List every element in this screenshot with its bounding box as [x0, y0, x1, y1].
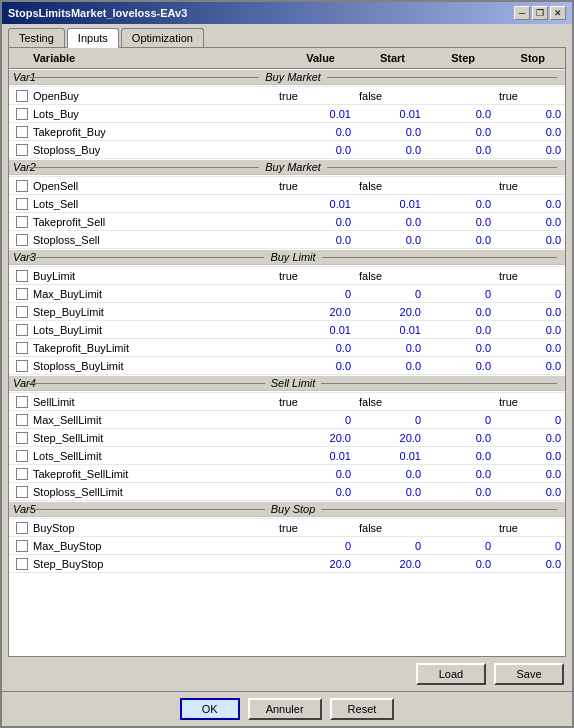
value-cell[interactable]: 0.0	[275, 233, 355, 247]
stop-cell[interactable]: 0.0	[495, 449, 565, 463]
checkbox-cell[interactable]	[9, 143, 29, 157]
start-cell[interactable]: 20.0	[355, 431, 425, 445]
step-cell[interactable]: 0.0	[425, 485, 495, 499]
stop-cell[interactable]: true	[495, 521, 565, 535]
checkbox-cell[interactable]	[9, 449, 29, 463]
checkbox-cell[interactable]	[9, 125, 29, 139]
start-cell[interactable]: 0.0	[355, 359, 425, 373]
start-cell[interactable]: false	[355, 521, 425, 535]
checkbox-cell[interactable]	[9, 539, 29, 553]
checkbox-cell[interactable]	[9, 197, 29, 211]
start-cell[interactable]: 0.0	[355, 125, 425, 139]
value-cell[interactable]: 0.0	[275, 341, 355, 355]
value-cell[interactable]: true	[275, 269, 355, 283]
checkbox-cell[interactable]	[9, 179, 29, 193]
stop-cell[interactable]: 0.0	[495, 143, 565, 157]
stop-cell[interactable]: 0.0	[495, 341, 565, 355]
step-cell[interactable]: 0.0	[425, 125, 495, 139]
start-cell[interactable]: 20.0	[355, 305, 425, 319]
start-cell[interactable]: 0	[355, 287, 425, 301]
ok-button[interactable]: OK	[180, 698, 240, 720]
stop-cell[interactable]: true	[495, 269, 565, 283]
checkbox-cell[interactable]	[9, 467, 29, 481]
value-cell[interactable]: 0.0	[275, 467, 355, 481]
step-cell[interactable]: 0.0	[425, 341, 495, 355]
checkbox-cell[interactable]	[9, 413, 29, 427]
step-cell[interactable]: 0.0	[425, 107, 495, 121]
minimize-button[interactable]: ─	[514, 6, 530, 20]
stop-cell[interactable]: 0.0	[495, 431, 565, 445]
value-cell[interactable]: 0	[275, 287, 355, 301]
save-button[interactable]: Save	[494, 663, 564, 685]
tab-inputs[interactable]: Inputs	[67, 28, 119, 48]
step-cell[interactable]: 0.0	[425, 449, 495, 463]
start-cell[interactable]: 0.01	[355, 197, 425, 211]
value-cell[interactable]: 0.0	[275, 215, 355, 229]
stop-cell[interactable]: true	[495, 89, 565, 103]
value-cell[interactable]: true	[275, 89, 355, 103]
checkbox-cell[interactable]	[9, 341, 29, 355]
checkbox-cell[interactable]	[9, 323, 29, 337]
value-cell[interactable]: 0.01	[275, 107, 355, 121]
value-cell[interactable]: 0	[275, 413, 355, 427]
step-cell[interactable]: 0.0	[425, 215, 495, 229]
start-cell[interactable]: 0.0	[355, 341, 425, 355]
value-cell[interactable]: 0.01	[275, 197, 355, 211]
checkbox-cell[interactable]	[9, 269, 29, 283]
start-cell[interactable]: 0	[355, 413, 425, 427]
step-cell[interactable]: 0.0	[425, 143, 495, 157]
stop-cell[interactable]: true	[495, 179, 565, 193]
stop-cell[interactable]: 0	[495, 413, 565, 427]
step-cell[interactable]: 0.0	[425, 323, 495, 337]
checkbox-cell[interactable]	[9, 107, 29, 121]
start-cell[interactable]: false	[355, 89, 425, 103]
start-cell[interactable]: false	[355, 395, 425, 409]
stop-cell[interactable]: 0	[495, 287, 565, 301]
reset-button[interactable]: Reset	[330, 698, 395, 720]
value-cell[interactable]: 20.0	[275, 431, 355, 445]
step-cell[interactable]: 0.0	[425, 431, 495, 445]
start-cell[interactable]: 0	[355, 539, 425, 553]
tab-testing[interactable]: Testing	[8, 28, 65, 47]
value-cell[interactable]: true	[275, 521, 355, 535]
value-cell[interactable]: true	[275, 179, 355, 193]
step-cell[interactable]: 0.0	[425, 305, 495, 319]
start-cell[interactable]: false	[355, 179, 425, 193]
checkbox-cell[interactable]	[9, 233, 29, 247]
value-cell[interactable]: 0.0	[275, 359, 355, 373]
checkbox-cell[interactable]	[9, 485, 29, 499]
start-cell[interactable]: 0.01	[355, 449, 425, 463]
stop-cell[interactable]: 0.0	[495, 233, 565, 247]
start-cell[interactable]: 0.0	[355, 215, 425, 229]
cancel-button[interactable]: Annuler	[248, 698, 322, 720]
start-cell[interactable]: 0.0	[355, 485, 425, 499]
close-button[interactable]: ✕	[550, 6, 566, 20]
start-cell[interactable]: 0.0	[355, 467, 425, 481]
checkbox-cell[interactable]	[9, 431, 29, 445]
step-cell[interactable]: 0.0	[425, 467, 495, 481]
start-cell[interactable]: 0.0	[355, 233, 425, 247]
checkbox-cell[interactable]	[9, 305, 29, 319]
step-cell[interactable]: 0	[425, 287, 495, 301]
value-cell[interactable]: 0.0	[275, 485, 355, 499]
value-cell[interactable]: 0.0	[275, 125, 355, 139]
stop-cell[interactable]: 0.0	[495, 557, 565, 571]
step-cell[interactable]: 0.0	[425, 557, 495, 571]
start-cell[interactable]: 20.0	[355, 557, 425, 571]
checkbox-cell[interactable]	[9, 557, 29, 571]
stop-cell[interactable]: 0.0	[495, 305, 565, 319]
stop-cell[interactable]: 0.0	[495, 197, 565, 211]
stop-cell[interactable]: 0.0	[495, 323, 565, 337]
table-scroll[interactable]: Var1 Buy Market OpenBuy true false true	[9, 69, 565, 656]
start-cell[interactable]: false	[355, 269, 425, 283]
checkbox-cell[interactable]	[9, 359, 29, 373]
stop-cell[interactable]: 0.0	[495, 467, 565, 481]
stop-cell[interactable]: 0.0	[495, 485, 565, 499]
stop-cell[interactable]: 0.0	[495, 125, 565, 139]
checkbox-cell[interactable]	[9, 215, 29, 229]
stop-cell[interactable]: true	[495, 395, 565, 409]
stop-cell[interactable]: 0.0	[495, 359, 565, 373]
checkbox-cell[interactable]	[9, 287, 29, 301]
checkbox-cell[interactable]	[9, 521, 29, 535]
value-cell[interactable]: true	[275, 395, 355, 409]
